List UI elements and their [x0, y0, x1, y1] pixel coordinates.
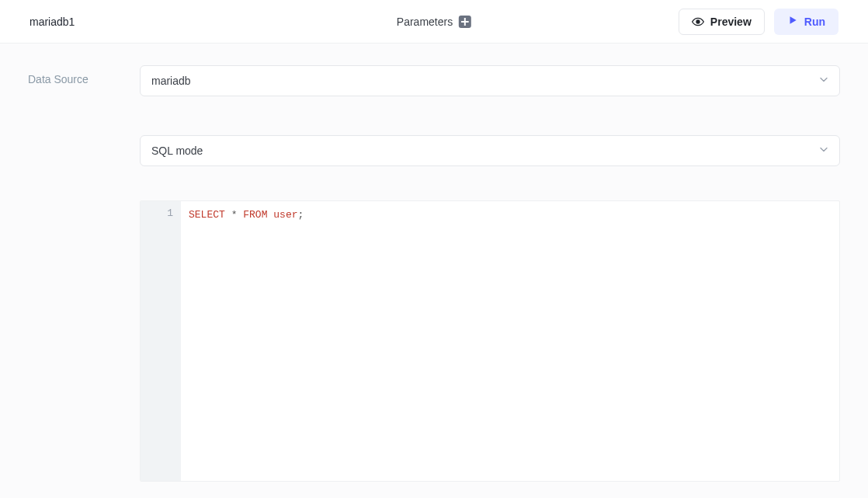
eye-icon: [692, 16, 704, 28]
preview-label: Preview: [710, 16, 752, 28]
run-label: Run: [804, 16, 825, 28]
sql-star: *: [231, 209, 238, 221]
query-title[interactable]: mariadb1: [30, 16, 75, 28]
topbar-actions: Preview Run: [679, 9, 838, 35]
sql-mode-value: SQL mode: [151, 145, 203, 157]
chevron-down-icon: [818, 144, 830, 158]
editor-code[interactable]: SELECT * FROM user;: [181, 201, 839, 481]
sql-keyword-select: SELECT: [189, 209, 225, 221]
data-source-label: Data Source: [28, 65, 140, 85]
line-number: 1: [141, 207, 173, 219]
sql-semicolon: ;: [298, 209, 304, 221]
data-source-value: mariadb: [151, 75, 191, 87]
run-button[interactable]: Run: [774, 9, 838, 35]
preview-button[interactable]: Preview: [679, 9, 765, 35]
parameters-button[interactable]: Parameters: [397, 16, 471, 28]
editor-gutter: 1: [141, 201, 181, 481]
parameters-label: Parameters: [397, 16, 453, 28]
sql-keyword-from: FROM: [243, 209, 267, 221]
sql-mode-select[interactable]: SQL mode: [140, 135, 840, 166]
chevron-down-icon: [818, 74, 830, 89]
sql-table: user: [273, 209, 297, 221]
data-source-select[interactable]: mariadb: [140, 65, 840, 96]
data-source-row: Data Source mariadb: [28, 65, 840, 96]
svg-point-0: [696, 20, 700, 23]
mode-row: SQL mode 1 SELECT * FROM user;: [28, 135, 840, 482]
content: Data Source mariadb SQL mode 1: [0, 44, 868, 482]
play-icon: [787, 15, 798, 28]
sql-editor[interactable]: 1 SELECT * FROM user;: [140, 200, 840, 482]
topbar: mariadb1 Parameters Preview Run: [0, 0, 868, 44]
plus-icon: [459, 16, 471, 28]
